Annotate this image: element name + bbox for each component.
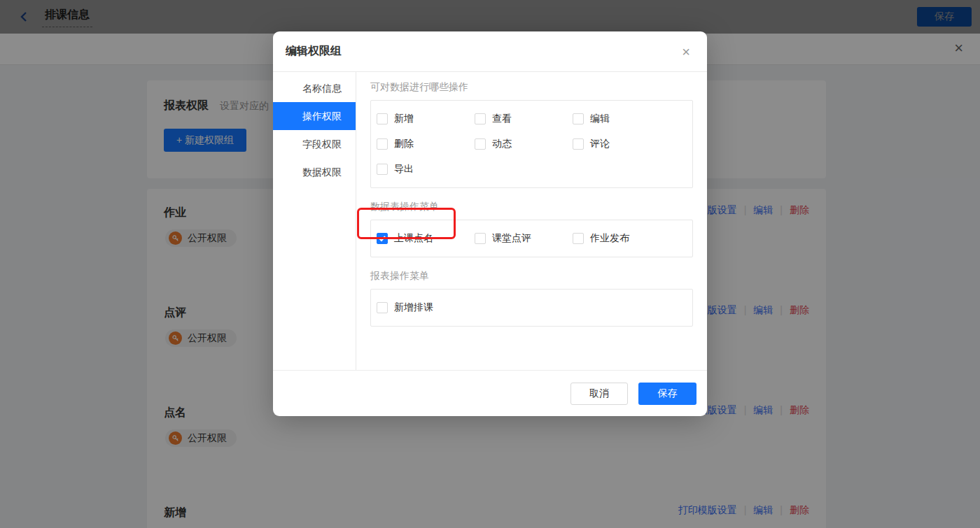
screen: 排课信息 保存 × 报表权限 设置对应的「 + 新建权限组 作业公开权限打印模版… (0, 0, 980, 528)
checkbox-icon[interactable] (475, 233, 486, 244)
dialog-content: 可对数据进行哪些操作新增查看编辑删除动态评论导出数据表操作菜单上课点名课堂点评作… (356, 72, 707, 370)
checkbox-icon[interactable] (377, 138, 388, 150)
tab-字段权限[interactable]: 字段权限 (273, 130, 356, 158)
checkbox-label: 作业发布 (590, 232, 629, 245)
checkbox-icon[interactable] (475, 113, 486, 124)
checkbox-item-课堂点评[interactable]: 课堂点评 (475, 226, 573, 251)
dialog-tabs: 名称信息操作权限字段权限数据权限 (273, 72, 356, 370)
checkbox-icon[interactable] (573, 113, 584, 124)
dialog-title: 编辑权限组 (286, 44, 342, 59)
checkbox-item-动态[interactable]: 动态 (475, 131, 573, 157)
checkbox-label: 新增排课 (394, 301, 433, 314)
checkbox-item-查看[interactable]: 查看 (475, 106, 573, 131)
group-label: 报表操作菜单 (370, 270, 693, 283)
group-label: 可对数据进行哪些操作 (370, 81, 693, 94)
tab-操作权限[interactable]: 操作权限 (273, 102, 356, 130)
tab-数据权限[interactable]: 数据权限 (273, 158, 356, 186)
checkbox-item-导出[interactable]: 导出 (377, 157, 475, 182)
checkbox-item-编辑[interactable]: 编辑 (573, 106, 671, 131)
checkbox-item-新增[interactable]: 新增 (377, 106, 475, 131)
checkbox-icon[interactable] (573, 233, 584, 244)
checkbox-label: 编辑 (590, 113, 610, 125)
checkbox-label: 删除 (394, 138, 414, 150)
checkbox-item-评论[interactable]: 评论 (573, 131, 671, 157)
checkbox-label: 查看 (492, 113, 512, 125)
checkbox-label: 导出 (394, 163, 414, 176)
checkbox-label: 课堂点评 (492, 232, 531, 245)
tab-名称信息[interactable]: 名称信息 (273, 74, 356, 102)
checkbox-icon[interactable] (377, 302, 388, 313)
checkbox-item-新增排课[interactable]: 新增排课 (377, 295, 475, 320)
checkbox-icon[interactable] (377, 164, 388, 175)
checkbox-label: 评论 (590, 138, 610, 150)
checkbox-group: 新增查看编辑删除动态评论导出 (370, 100, 693, 188)
dialog-footer: 取消 保存 (273, 370, 707, 416)
checkbox-label: 上课点名 (394, 232, 433, 245)
checkbox-item-删除[interactable]: 删除 (377, 131, 475, 157)
checkbox-group: 新增排课 (370, 289, 693, 327)
checkbox-label: 新增 (394, 113, 414, 125)
checkbox-item-作业发布[interactable]: 作业发布 (573, 226, 671, 251)
checkbox-icon[interactable] (377, 113, 388, 124)
checkbox-icon[interactable] (475, 138, 486, 150)
checkbox-label: 动态 (492, 138, 512, 150)
checkbox-item-上课点名[interactable]: 上课点名 (377, 226, 475, 251)
cancel-button[interactable]: 取消 (570, 383, 628, 405)
checkbox-icon[interactable] (573, 138, 584, 150)
save-button[interactable]: 保存 (638, 383, 696, 405)
edit-permission-group-dialog: 编辑权限组 × 名称信息操作权限字段权限数据权限 可对数据进行哪些操作新增查看编… (273, 31, 707, 416)
checkbox-group: 上课点名课堂点评作业发布 (370, 220, 693, 257)
group-label: 数据表操作菜单 (370, 201, 693, 213)
dialog-close-icon[interactable]: × (682, 45, 690, 59)
dialog-header: 编辑权限组 × (273, 31, 707, 72)
checkbox-checked-icon[interactable] (377, 233, 388, 244)
